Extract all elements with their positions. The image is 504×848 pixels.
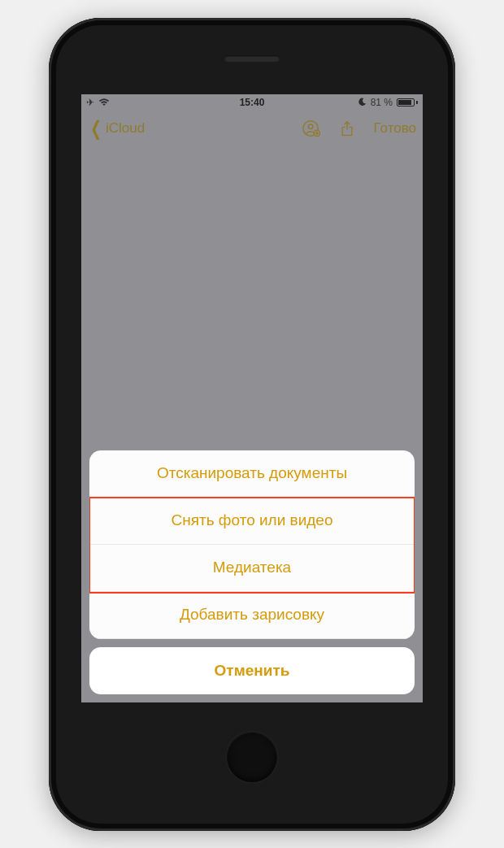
add-person-icon[interactable] bbox=[302, 120, 320, 137]
take-photo-video-option[interactable]: Снять фото или видео bbox=[89, 498, 415, 545]
cancel-label: Отменить bbox=[215, 662, 290, 680]
option-label: Добавить зарисовку bbox=[180, 606, 324, 624]
add-sketch-option[interactable]: Добавить зарисовку bbox=[89, 592, 415, 639]
back-label: iCloud bbox=[106, 120, 145, 137]
chevron-left-icon: ❮ bbox=[90, 119, 102, 138]
action-sheet: Отсканировать документы Снять фото или в… bbox=[89, 450, 415, 694]
action-sheet-options: Отсканировать документы Снять фото или в… bbox=[89, 450, 415, 639]
screen: ✈ 15:40 81 % ❮ iCloud bbox=[81, 94, 423, 702]
done-button[interactable]: Готово bbox=[374, 120, 417, 137]
status-bar: ✈ 15:40 81 % bbox=[81, 94, 423, 111]
speaker-slot bbox=[224, 55, 280, 62]
option-label: Медиатека bbox=[213, 559, 291, 576]
back-button[interactable]: ❮ iCloud bbox=[88, 119, 145, 138]
option-label: Отсканировать документы bbox=[157, 464, 347, 482]
share-icon[interactable] bbox=[338, 120, 356, 137]
navigation-bar: ❮ iCloud bbox=[81, 111, 423, 146]
option-label: Снять фото или видео bbox=[171, 511, 332, 529]
iphone-device-frame: ✈ 15:40 81 % ❮ iCloud bbox=[49, 18, 455, 831]
home-button[interactable] bbox=[227, 732, 277, 782]
scan-documents-option[interactable]: Отсканировать документы bbox=[89, 450, 415, 498]
status-time: 15:40 bbox=[81, 97, 423, 108]
photo-library-option[interactable]: Медиатека bbox=[89, 545, 415, 592]
svg-point-1 bbox=[308, 124, 313, 128]
cancel-button[interactable]: Отменить bbox=[89, 647, 415, 694]
